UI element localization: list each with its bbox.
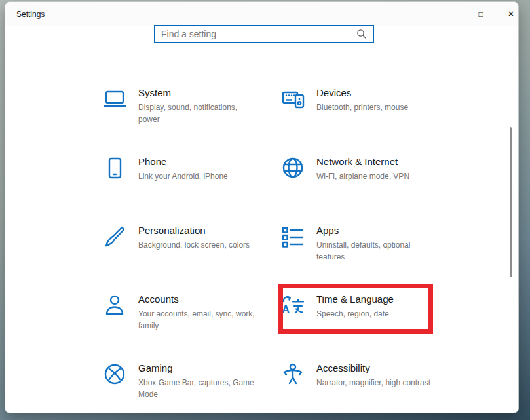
text-caret <box>161 29 161 41</box>
category-tile-phone[interactable]: Phone Link your Android, iPhone <box>102 155 280 223</box>
search-icon[interactable] <box>354 29 373 39</box>
category-title: System <box>138 87 257 98</box>
maximize-button[interactable]: □ <box>466 2 496 26</box>
search-box[interactable] <box>154 25 374 43</box>
category-grid: System Display, sound, notifications, po… <box>102 86 459 413</box>
devices-icon <box>280 86 305 112</box>
brush-icon <box>102 223 127 250</box>
category-tile-time-language[interactable]: A Time & Language Speech, region, date <box>280 292 459 361</box>
category-title: Personalization <box>138 225 250 236</box>
category-tile-devices[interactable]: Devices Bluetooth, printers, mouse <box>280 86 459 155</box>
category-subtitle: Speech, region, date <box>316 308 394 320</box>
category-tile-personalization[interactable]: Personalization Background, lock screen,… <box>102 223 280 292</box>
close-button[interactable]: ✕ <box>496 2 519 26</box>
category-subtitle: Xbox Game Bar, captures, Game Mode <box>138 377 257 400</box>
category-subtitle: Wi-Fi, airplane mode, VPN <box>316 170 409 182</box>
category-subtitle: Link your Android, iPhone <box>138 170 228 182</box>
svg-text:A: A <box>282 303 290 316</box>
xbox-icon <box>102 361 127 387</box>
category-title: Accounts <box>138 294 257 305</box>
category-title: Phone <box>138 156 228 167</box>
settings-window: Settings − □ ✕ System Display, sound, no… <box>5 1 519 413</box>
apps-list-icon <box>280 223 305 250</box>
category-subtitle: Narrator, magnifier, high contrast <box>316 377 430 389</box>
window-title: Settings <box>5 10 45 19</box>
category-tile-apps[interactable]: Apps Uninstall, defaults, optional featu… <box>280 223 459 292</box>
category-tile-gaming[interactable]: Gaming Xbox Game Bar, captures, Game Mod… <box>102 361 280 413</box>
search-input[interactable] <box>155 29 354 39</box>
laptop-icon <box>102 86 127 112</box>
category-title: Network & Internet <box>316 156 409 167</box>
phone-icon <box>102 155 127 181</box>
translate-icon: A <box>280 292 305 318</box>
accessibility-icon <box>280 361 305 387</box>
category-tile-accessibility[interactable]: Accessibility Narrator, magnifier, high … <box>280 361 459 413</box>
category-title: Devices <box>316 87 408 98</box>
category-subtitle: Bluetooth, printers, mouse <box>316 102 408 113</box>
category-subtitle: Uninstall, defaults, optional features <box>316 239 436 263</box>
category-subtitle: Display, sound, notifications, power <box>138 102 257 125</box>
category-title: Time & Language <box>316 294 394 305</box>
category-subtitle: Background, lock screen, colors <box>138 239 250 251</box>
category-title: Accessibility <box>316 362 430 373</box>
category-title: Gaming <box>138 362 257 373</box>
category-subtitle: Your accounts, email, sync, work, family <box>138 308 257 332</box>
minimize-button[interactable]: − <box>434 2 464 26</box>
category-tile-system[interactable]: System Display, sound, notifications, po… <box>102 86 280 155</box>
category-tile-network[interactable]: Network & Internet Wi-Fi, airplane mode,… <box>280 155 459 223</box>
category-tile-accounts[interactable]: Accounts Your accounts, email, sync, wor… <box>102 292 280 361</box>
globe-icon <box>280 155 305 181</box>
scrollbar-thumb[interactable] <box>510 127 512 277</box>
category-title: Apps <box>316 225 436 236</box>
person-icon <box>102 292 127 318</box>
